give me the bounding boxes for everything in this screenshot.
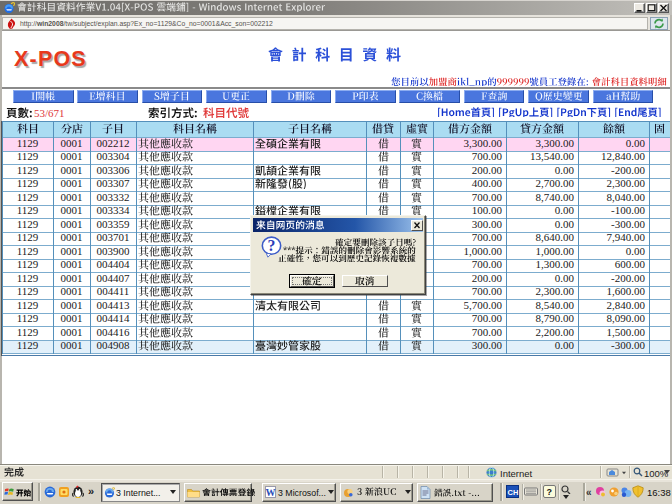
svg-text:W: W: [266, 487, 276, 498]
svg-text:?: ?: [268, 237, 276, 254]
